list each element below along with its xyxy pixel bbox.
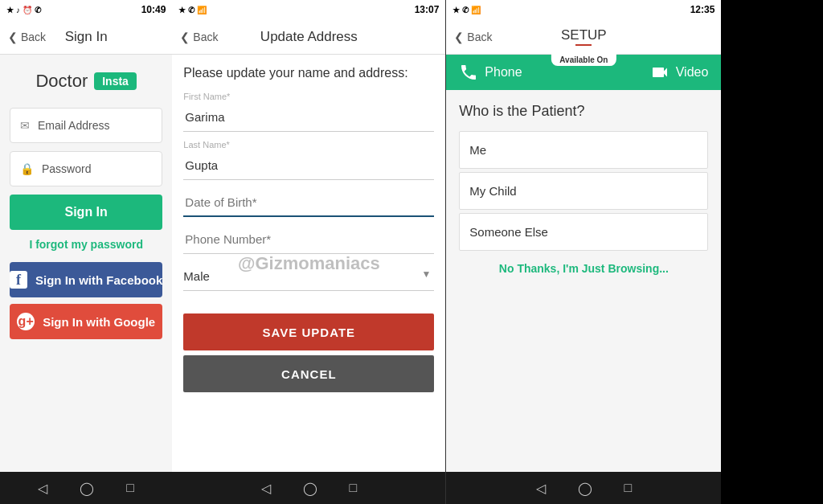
- phone-icon: [459, 63, 478, 82]
- android-back-icon-3[interactable]: ◁: [536, 481, 546, 496]
- last-name-input[interactable]: [183, 151, 434, 180]
- signal-icon: ✆: [35, 6, 41, 14]
- password-field[interactable]: 🔒 Password: [10, 151, 162, 186]
- google-label: Sign In with Google: [43, 315, 155, 329]
- android-home-icon-3[interactable]: ◯: [578, 481, 592, 496]
- email-field[interactable]: ✉ Email Address: [10, 108, 162, 143]
- time-2: 13:07: [415, 4, 440, 15]
- patient-option-someone-else[interactable]: Someone Else: [459, 213, 708, 251]
- patient-option-my-child[interactable]: My Child: [459, 172, 708, 210]
- alarm-icon: ⏰: [23, 6, 32, 14]
- back-button-1[interactable]: ❮ Back: [8, 31, 46, 43]
- forgot-password-link[interactable]: I forgot my password: [29, 238, 143, 251]
- phone-option[interactable]: Phone: [459, 63, 522, 82]
- status-bar-2: ★ ✆ 📶 13:07: [172, 0, 445, 19]
- first-name-label: First Name*: [183, 92, 434, 101]
- android-back-icon-2[interactable]: ◁: [261, 481, 271, 496]
- logo-insta: Insta: [94, 72, 137, 90]
- video-option[interactable]: Video: [650, 63, 709, 82]
- android-nav-3: ◁ ◯ □: [446, 472, 721, 504]
- android-recents-icon-3[interactable]: □: [624, 481, 633, 495]
- cancel-button[interactable]: CANCEL: [183, 355, 434, 392]
- android-recents-icon[interactable]: □: [126, 481, 134, 495]
- sign-in-button[interactable]: Sign In: [10, 195, 162, 230]
- back-chevron-icon: ❮: [8, 31, 18, 43]
- facebook-signin-button[interactable]: f Sign In with Facebook: [10, 262, 162, 297]
- panel-signin: ★ ♪ ⏰ ✆ 10:49 ❮ Back Sign In Doctor Inst…: [0, 0, 172, 504]
- first-name-input[interactable]: [183, 103, 434, 132]
- form-title: Please update your name and address:: [183, 66, 434, 80]
- email-icon: ✉: [20, 119, 30, 132]
- lock-icon: 🔒: [20, 162, 34, 175]
- facebook-icon: f: [10, 271, 27, 289]
- signal-icon-2: ✆: [188, 6, 194, 14]
- status-bar-3: ★ ✆ 📶 12:35: [446, 0, 721, 19]
- back-label-3: Back: [467, 31, 492, 43]
- available-bar: Available On Phone Video: [446, 55, 721, 90]
- phone-input[interactable]: [183, 225, 434, 254]
- phone-label: Phone: [485, 65, 522, 80]
- email-placeholder: Email Address: [38, 119, 109, 132]
- status-icons-left: ★ ♪ ⏰ ✆: [6, 6, 41, 14]
- back-chevron-icon-3: ❮: [454, 31, 464, 43]
- time-1: 10:49: [141, 4, 166, 15]
- who-section: Who is the Patient? Me My Child Someone …: [446, 90, 721, 288]
- back-label-2: Back: [193, 31, 218, 43]
- status-icons-3: ★ ✆ 📶: [452, 6, 481, 14]
- time-3: 12:35: [690, 4, 715, 15]
- panel-setup: ★ ✆ 📶 12:35 ❮ Back SETUP Available On Ph…: [446, 0, 721, 504]
- google-icon: g+: [17, 313, 35, 330]
- page-title-3: SETUP: [561, 27, 607, 43]
- back-button-3[interactable]: ❮ Back: [454, 31, 492, 43]
- last-name-label: Last Name*: [183, 140, 434, 150]
- nav-bar-3: ❮ Back SETUP: [446, 19, 721, 55]
- back-chevron-icon-2: ❮: [180, 31, 190, 43]
- dob-input[interactable]: [183, 188, 434, 217]
- video-icon: [650, 63, 669, 82]
- setup-content: Available On Phone Video Who is the Pati…: [446, 55, 721, 472]
- back-button-2[interactable]: ❮ Back: [180, 31, 218, 43]
- logo-doctor: Doctor: [35, 71, 88, 92]
- bluetooth-icon-3: ★: [452, 6, 460, 14]
- patient-me-label: Me: [469, 143, 486, 157]
- status-bar-1: ★ ♪ ⏰ ✆ 10:49: [0, 0, 172, 19]
- who-title: Who is the Patient?: [459, 103, 708, 120]
- available-on-badge: Available On: [551, 54, 616, 66]
- android-home-icon[interactable]: ◯: [80, 481, 94, 496]
- android-recents-icon-2[interactable]: □: [350, 481, 358, 495]
- page-title-2: Update Address: [260, 29, 358, 45]
- android-back-icon[interactable]: ◁: [38, 481, 47, 496]
- android-home-icon-2[interactable]: ◯: [303, 481, 317, 496]
- nav-bar-1: ❮ Back Sign In: [0, 19, 172, 55]
- google-signin-button[interactable]: g+ Sign In with Google: [10, 304, 162, 339]
- android-nav-2: ◁ ◯ □: [172, 472, 445, 504]
- signin-content: Doctor Insta ✉ Email Address 🔒 Password …: [0, 55, 172, 472]
- signal-icon-3: ✆: [462, 6, 469, 14]
- wifi-icon-3: 📶: [471, 6, 481, 14]
- back-label-1: Back: [21, 31, 46, 43]
- wifi-icon-2: 📶: [197, 6, 207, 14]
- bluetooth-icon: ★: [6, 6, 14, 14]
- status-icons-2: ★ ✆ 📶: [178, 6, 207, 14]
- no-thanks-link[interactable]: No Thanks, I'm Just Browsing...: [459, 262, 708, 275]
- save-update-button[interactable]: SAVE UPDATE: [183, 313, 434, 350]
- facebook-label: Sign In with Facebook: [35, 273, 162, 287]
- patient-my-child-label: My Child: [469, 184, 516, 198]
- video-label: Video: [676, 65, 709, 80]
- patient-option-me[interactable]: Me: [459, 131, 708, 169]
- gender-select[interactable]: Male Female Other: [183, 262, 434, 291]
- panel-update-address: ★ ✆ 📶 13:07 ❮ Back Update Address @Gizmo…: [172, 0, 446, 504]
- gender-select-wrapper[interactable]: Male Female Other: [183, 262, 434, 302]
- music-icon: ♪: [16, 6, 20, 14]
- nav-bar-2: ❮ Back Update Address: [172, 19, 445, 55]
- password-placeholder: Password: [42, 162, 91, 175]
- update-address-content: @Gizmomaniacs Please update your name an…: [172, 55, 445, 472]
- patient-someone-else-label: Someone Else: [469, 225, 548, 239]
- logo-row: Doctor Insta: [35, 71, 136, 92]
- page-title-1: Sign In: [65, 29, 108, 45]
- bluetooth-icon-2: ★: [178, 6, 186, 14]
- android-nav-1: ◁ ◯ □: [0, 472, 172, 504]
